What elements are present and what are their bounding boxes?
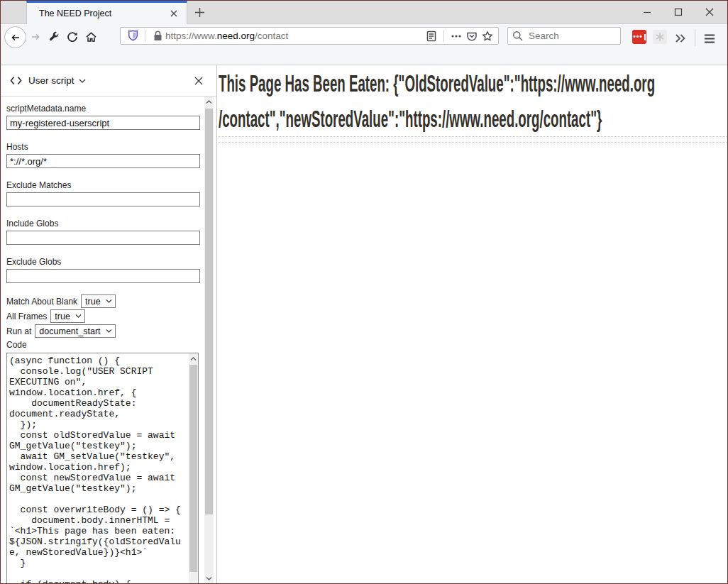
tab-close-icon[interactable] — [167, 6, 181, 21]
forward-button[interactable] — [26, 28, 45, 46]
exclude-globs-input[interactable] — [6, 269, 200, 283]
all-frames-label: All Frames — [6, 312, 47, 321]
reader-mode-icon[interactable] — [424, 28, 439, 44]
sidebar-title: User script — [28, 75, 75, 86]
url-domain: need.org — [217, 31, 255, 41]
chevron-down-icon — [106, 329, 112, 333]
search-placeholder: Search — [529, 31, 559, 41]
all-frames-select[interactable]: true — [50, 309, 85, 323]
match-about-blank-select[interactable]: true — [81, 294, 116, 308]
page-actions-icon[interactable] — [448, 28, 464, 44]
run-at-label: Run at — [6, 326, 31, 336]
script-name-input[interactable] — [6, 116, 200, 130]
page-heading-line-1: This Page Has Been Eaten: {"OldStoredVal… — [219, 65, 498, 101]
page-heading-line-2: /contact","newStoredValue":"https://www.… — [219, 101, 498, 136]
toolbar-separator — [695, 29, 695, 46]
home-button[interactable] — [82, 28, 100, 46]
url-protocol: https://www. — [165, 31, 217, 41]
match-about-blank-label: Match About Blank — [6, 297, 77, 307]
tab-bar: The NEED Project — [1, 1, 727, 24]
hamburger-menu-icon[interactable] — [700, 29, 719, 48]
overflow-menu-icon[interactable] — [671, 29, 690, 48]
code-text[interactable]: (async function () { console.log("USER S… — [7, 353, 189, 583]
tracking-protection-shield-icon[interactable] — [125, 28, 140, 44]
match-about-blank-row: Match About Blank true — [6, 294, 216, 308]
dotted-divider — [219, 136, 727, 137]
disabled-extension-icon[interactable] — [653, 30, 667, 44]
tab-bar-empty — [211, 1, 636, 23]
userscript-sidebar: User script scriptMetadata.name Hosts Ex… — [1, 65, 217, 583]
scroll-down-icon[interactable] — [204, 573, 214, 583]
code-scrollbar[interactable] — [189, 353, 198, 583]
wrench-icon[interactable] — [45, 28, 63, 46]
search-icon — [512, 31, 523, 41]
tab-title: The NEED Project — [39, 9, 167, 18]
sidebar-header: User script — [1, 65, 216, 97]
urlbar-separator — [145, 30, 145, 42]
lock-icon[interactable] — [150, 28, 165, 44]
code-editor[interactable]: (async function () { console.log("USER S… — [6, 353, 199, 583]
sidebar-scrollbar[interactable] — [204, 97, 214, 583]
field-label-include-globs: Include Globs — [6, 219, 216, 228]
sidebar-close-icon[interactable] — [191, 73, 206, 89]
pocket-icon[interactable] — [464, 28, 480, 44]
dotted-divider — [219, 142, 727, 143]
code-scrollbar-thumb[interactable] — [189, 365, 197, 572]
bookmark-star-icon[interactable] — [480, 28, 495, 44]
chevron-down-icon — [106, 299, 112, 303]
scroll-up-icon[interactable] — [189, 353, 198, 363]
scroll-up-icon[interactable] — [204, 97, 214, 106]
run-at-select[interactable]: document_start — [35, 324, 115, 338]
url-text: https://www.need.org/contact — [165, 31, 424, 41]
field-label-exclude-globs: Exclude Globs — [6, 257, 216, 267]
all-frames-row: All Frames true — [6, 309, 216, 323]
url-path: /contact — [255, 31, 288, 41]
maximize-button[interactable] — [668, 3, 689, 21]
browser-window: The NEED Project — [0, 0, 728, 584]
reload-button[interactable] — [63, 28, 82, 46]
code-brackets-icon — [10, 76, 22, 85]
field-label-exclude-matches: Exclude Matches — [6, 180, 216, 190]
window-controls — [636, 1, 727, 23]
sidebar-scrollbar-thumb[interactable] — [205, 109, 213, 514]
include-globs-input[interactable] — [6, 231, 200, 245]
back-button[interactable] — [4, 26, 26, 48]
search-bar[interactable]: Search — [507, 27, 621, 45]
new-tab-button[interactable] — [187, 1, 211, 23]
exclude-matches-input[interactable] — [6, 192, 200, 206]
minimize-button[interactable] — [636, 3, 658, 21]
tab-the-need-project[interactable]: The NEED Project — [26, 1, 187, 24]
tab-bar-spacer — [1, 1, 26, 23]
password-manager-extension-icon[interactable]: ••• — [632, 30, 646, 44]
urlbar-separator-2 — [443, 30, 444, 42]
navigation-toolbar: https://www.need.org/contact Search ••• — [1, 24, 727, 65]
sidebar-form: scriptMetadata.name Hosts Exclude Matche… — [1, 97, 216, 583]
run-at-row: Run at document_start — [6, 324, 216, 338]
code-label: Code — [6, 340, 216, 350]
sidebar-switcher-chevron-icon[interactable] — [79, 79, 86, 83]
content-area: User script scriptMetadata.name Hosts Ex… — [1, 65, 727, 583]
hosts-input[interactable] — [6, 154, 200, 168]
chevron-down-icon — [75, 314, 82, 318]
webpage-content: This Page Has Been Eaten: {"OldStoredVal… — [217, 65, 727, 583]
field-label-hosts: Hosts — [6, 142, 216, 152]
field-label-script-name: scriptMetadata.name — [6, 104, 216, 114]
url-bar[interactable]: https://www.need.org/contact — [120, 27, 499, 45]
close-window-button[interactable] — [699, 3, 720, 21]
